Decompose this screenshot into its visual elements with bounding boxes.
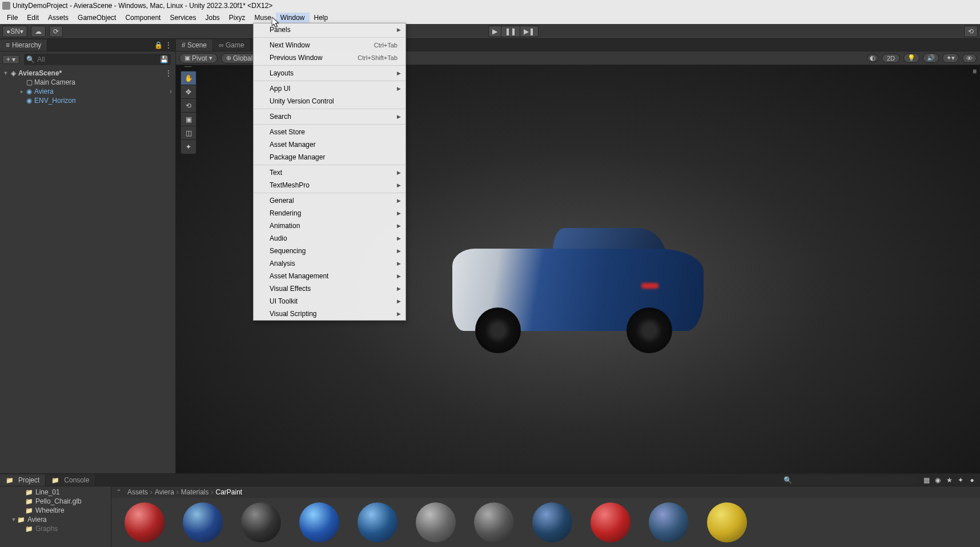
tab-console[interactable]: Console — [46, 474, 95, 486]
scale-tool[interactable]: ▣ — [181, 113, 196, 126]
2d-toggle[interactable]: 2D — [882, 54, 900, 63]
menu-window[interactable]: Window — [276, 13, 310, 23]
menu-pixyz[interactable]: Pixyz — [224, 13, 250, 23]
menu-item-app-ui[interactable]: App UI▶ — [254, 82, 405, 95]
undo-history-button[interactable]: ⟲ — [964, 26, 978, 37]
material-thumbnail[interactable] — [236, 502, 286, 542]
move-tool[interactable]: ✥ — [181, 85, 196, 99]
hand-tool[interactable]: ✋ — [181, 71, 196, 85]
tab-scene[interactable]: # Scene — [176, 39, 213, 51]
material-thumbnail[interactable] — [585, 502, 636, 542]
menu-item-asset-store[interactable]: Asset Store — [254, 126, 405, 138]
material-thumbnail[interactable] — [178, 502, 228, 542]
material-thumbnail[interactable] — [119, 502, 170, 542]
menu-muse[interactable]: Muse — [250, 13, 276, 23]
menu-edit[interactable]: Edit — [22, 13, 43, 23]
fx-toggle[interactable]: ✦▾ — [942, 53, 959, 63]
menu-item-asset-management[interactable]: Asset Management▶ — [254, 270, 405, 282]
slider-icon[interactable]: ● — [967, 476, 977, 484]
transform-tool[interactable]: ✦ — [181, 140, 196, 154]
material-thumbnail[interactable] — [702, 502, 752, 542]
menu-item-visual-scripting[interactable]: Visual Scripting▶ — [254, 308, 405, 320]
scene-view-handle[interactable]: ≡ — [973, 67, 977, 75]
material-thumbnail[interactable] — [294, 502, 344, 542]
menu-item-analysis[interactable]: Analysis▶ — [254, 257, 405, 270]
material-thumbnail[interactable] — [411, 502, 461, 542]
step-button[interactable]: ▶❚ — [520, 26, 539, 37]
hidden-icon[interactable]: ✦ — [956, 476, 965, 484]
material-thumbnail[interactable] — [527, 502, 577, 542]
menu-item-search[interactable]: Search▶ — [254, 110, 405, 123]
menu-item-animation[interactable]: Animation▶ — [254, 219, 405, 232]
menu-item-previous-window[interactable]: Previous WindowCtrl+Shift+Tab — [254, 51, 405, 64]
breadcrumb-segment[interactable]: Assets — [127, 488, 148, 496]
hierarchy-item[interactable]: ▢Main Camera — [0, 78, 175, 87]
hierarchy-item[interactable]: ▸◉Aviera› — [0, 87, 175, 96]
material-thumbnail[interactable] — [352, 502, 403, 542]
project-tree-item[interactable]: Graphs — [0, 524, 111, 533]
scene-menu-icon[interactable]: ⋮ — [165, 69, 175, 77]
menu-item-visual-effects[interactable]: Visual Effects▶ — [254, 282, 405, 295]
rect-tool[interactable]: ◫ — [181, 126, 196, 140]
hierarchy-search-input[interactable] — [37, 55, 158, 63]
hierarchy-item[interactable]: ◉ENV_Horizon — [0, 96, 175, 105]
save-icon[interactable]: 💾 — [160, 55, 168, 63]
filter-icon[interactable]: ▦ — [922, 476, 931, 484]
account-button[interactable]: ● SN ▾ — [2, 26, 27, 37]
lock-icon[interactable]: 🔒 — [154, 41, 163, 49]
menu-item-sequencing[interactable]: Sequencing▶ — [254, 245, 405, 257]
star-icon[interactable]: ★ — [945, 476, 954, 484]
menu-item-asset-manager[interactable]: Asset Manager — [254, 138, 405, 151]
tab-game[interactable]: ∞ Game — [213, 39, 251, 51]
gizmos-toggle[interactable]: 👁 — [962, 54, 977, 63]
hierarchy-tab[interactable]: ≡ Hierarchy — [0, 39, 47, 51]
cloud-button[interactable]: ☁ — [31, 26, 46, 37]
rotate-tool[interactable]: ⟲ — [181, 99, 196, 113]
window-titlebar: UnityDemoProject - AvieraScene - Windows… — [0, 0, 980, 11]
menu-item-unity-version-control[interactable]: Unity Version Control — [254, 95, 405, 107]
lighting-toggle[interactable]: 💡 — [903, 53, 919, 63]
project-tree-item[interactable]: Wheeltire — [0, 506, 111, 515]
menu-item-general[interactable]: General▶ — [254, 194, 405, 207]
menu-item-textmeshpro[interactable]: TextMeshPro▶ — [254, 179, 405, 191]
menu-component[interactable]: Component — [121, 13, 165, 23]
pause-button[interactable]: ❚❚ — [501, 26, 520, 37]
menu-file[interactable]: File — [2, 13, 22, 23]
menu-assets[interactable]: Assets — [43, 13, 73, 23]
breadcrumb-segment[interactable]: Materials — [181, 488, 209, 496]
collapse-icon[interactable]: ⌃ — [116, 488, 122, 496]
menu-item-next-window[interactable]: Next WindowCtrl+Tab — [254, 39, 405, 51]
material-thumbnail[interactable] — [644, 502, 694, 542]
panel-menu-icon[interactable]: ⋮ — [164, 41, 173, 49]
menu-item-package-manager[interactable]: Package Manager — [254, 151, 405, 163]
play-button[interactable]: ▶ — [488, 26, 501, 37]
eye-icon[interactable]: ◉ — [933, 476, 942, 484]
menu-gameobject[interactable]: GameObject — [73, 13, 121, 23]
project-search[interactable]: 🔍 — [780, 476, 917, 485]
hierarchy-search[interactable]: 🔍 💾 — [24, 54, 171, 65]
scene-row[interactable]: ▼ ◈ AvieraScene* ⋮ — [0, 69, 175, 78]
shading-mode-button[interactable]: ◐ — [867, 54, 878, 62]
audio-toggle[interactable]: 🔊 — [923, 53, 939, 63]
menu-item-text[interactable]: Text▶ — [254, 166, 405, 179]
material-thumbnail[interactable] — [469, 502, 519, 542]
folder-icon — [6, 476, 16, 484]
project-search-input[interactable] — [794, 477, 914, 484]
project-tree-item[interactable]: Line_01 — [0, 488, 111, 497]
create-button[interactable]: + ▾ — [2, 55, 19, 64]
menu-item-audio[interactable]: Audio▶ — [254, 232, 405, 245]
menu-services[interactable]: Services — [165, 13, 200, 23]
menu-item-ui-toolkit[interactable]: UI Toolkit▶ — [254, 295, 405, 308]
history-button[interactable]: ⟳ — [49, 26, 63, 37]
expand-toggle[interactable]: ▼ — [2, 70, 9, 76]
tab-project[interactable]: Project — [0, 474, 46, 486]
pivot-button[interactable]: ▣ Pivot ▾ — [179, 53, 218, 63]
breadcrumb-segment[interactable]: Aviera — [155, 488, 174, 496]
menu-jobs[interactable]: Jobs — [200, 13, 224, 23]
menu-item-panels[interactable]: Panels▶ — [254, 23, 405, 36]
menu-item-layouts[interactable]: Layouts▶ — [254, 67, 405, 79]
menu-item-rendering[interactable]: Rendering▶ — [254, 207, 405, 219]
project-tree-item[interactable]: ▼Aviera — [0, 515, 111, 524]
menu-help[interactable]: Help — [310, 13, 333, 23]
project-tree-item[interactable]: Pello_Chair.glb — [0, 497, 111, 506]
